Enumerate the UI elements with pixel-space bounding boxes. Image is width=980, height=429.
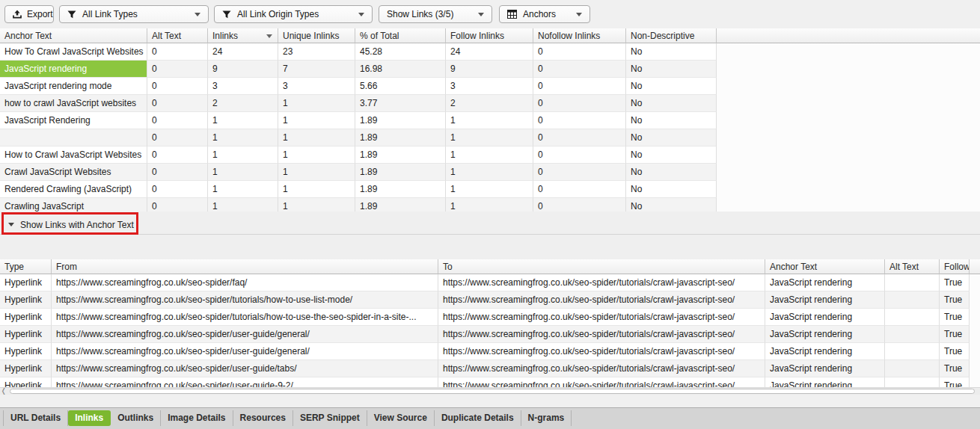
cell[interactable]: JavaScript rendering	[765, 274, 885, 291]
cell[interactable]: 2	[208, 95, 278, 112]
cell[interactable]: True	[940, 377, 970, 387]
cell[interactable]: 3	[208, 78, 278, 95]
cell[interactable]: True	[940, 309, 970, 326]
cell[interactable]: No	[626, 146, 717, 164]
cell[interactable]: JavaScript rendering	[765, 360, 885, 377]
cell[interactable]: 1	[278, 198, 355, 212]
cell[interactable]: 9	[446, 61, 533, 78]
tab-outlinks[interactable]: Outlinks	[111, 410, 161, 426]
export-button[interactable]: Export	[4, 5, 54, 23]
cell[interactable]: 3	[278, 78, 355, 95]
column-header-non-descriptive[interactable]: Non-Descriptive	[626, 28, 717, 43]
cell[interactable]: JavaScript rendering mode	[0, 78, 147, 95]
cell[interactable]: 1	[278, 95, 355, 112]
cell[interactable]: 1	[446, 112, 533, 129]
cell[interactable]: Hyperlink	[0, 343, 52, 360]
cell[interactable]: https://www.screamingfrog.co.uk/seo-spid…	[52, 377, 438, 387]
table-row[interactable]: JavaScript rendering mode0335.6630No	[0, 78, 980, 95]
table-row[interactable]: how to crawl JavaScript websites0213.772…	[0, 95, 980, 112]
cell[interactable]: No	[626, 78, 717, 95]
cell[interactable]: 1	[208, 198, 278, 212]
table-row[interactable]: JavaScript Rendering0111.8910No	[0, 112, 980, 129]
column-header-inlinks[interactable]: Inlinks	[208, 28, 278, 43]
cell[interactable]: No	[626, 181, 717, 198]
column-header--of-total[interactable]: % of Total	[355, 28, 446, 43]
tab-resources[interactable]: Resources	[233, 410, 293, 426]
cell[interactable]: https://www.screamingfrog.co.uk/seo-spid…	[438, 343, 765, 360]
cell[interactable]: 0	[147, 129, 208, 146]
cell[interactable]	[885, 343, 940, 360]
tab-view-source[interactable]: View Source	[367, 410, 435, 426]
table-row[interactable]: Hyperlinkhttps://www.screamingfrog.co.uk…	[0, 377, 980, 387]
cell[interactable]: 0	[533, 164, 626, 181]
scroll-left-icon[interactable]: ❬	[1, 387, 7, 395]
tab-image-details[interactable]: Image Details	[161, 410, 233, 426]
cell[interactable]	[885, 291, 940, 309]
cell[interactable]	[885, 274, 940, 291]
table-row[interactable]: JavaScript rendering09716.9890No	[0, 61, 980, 78]
cell[interactable]: No	[626, 164, 717, 181]
cell[interactable]: 9	[208, 61, 278, 78]
cell[interactable]: 0	[147, 146, 208, 164]
link-types-filter[interactable]: All Link Types	[59, 5, 209, 23]
cell[interactable]: 1	[446, 164, 533, 181]
table-row[interactable]: Hyperlinkhttps://www.screamingfrog.co.uk…	[0, 326, 980, 343]
cell[interactable]: https://www.screamingfrog.co.uk/seo-spid…	[52, 274, 438, 291]
anchors-dropdown[interactable]: Anchors	[499, 5, 590, 23]
table-row[interactable]: Crawl JavaScript Websites0111.8910No	[0, 164, 980, 181]
cell[interactable]	[885, 326, 940, 343]
cell[interactable]: Hyperlink	[0, 291, 52, 309]
cell[interactable]: 0	[533, 61, 626, 78]
cell[interactable]: 5.66	[355, 78, 446, 95]
cell[interactable]: https://www.screamingfrog.co.uk/seo-spid…	[52, 360, 438, 377]
cell[interactable]: https://www.screamingfrog.co.uk/seo-spid…	[52, 326, 438, 343]
cell[interactable]: 1	[278, 129, 355, 146]
scrollbar-thumb[interactable]	[10, 389, 975, 394]
table-row[interactable]: How to Crawl JavaScript Websites0111.891…	[0, 146, 980, 164]
cell[interactable]: 24	[208, 43, 278, 61]
cell[interactable]: 1.89	[355, 198, 446, 212]
cell[interactable]: Crawling JavaScript	[0, 198, 147, 212]
cell[interactable]: 24	[446, 43, 533, 61]
column-header-type[interactable]: Type	[0, 259, 52, 274]
cell[interactable]: No	[626, 95, 717, 112]
cell[interactable]: 3	[446, 78, 533, 95]
cell[interactable]: 0	[533, 112, 626, 129]
cell[interactable]: 0	[147, 95, 208, 112]
cell[interactable]: True	[940, 360, 970, 377]
cell[interactable]: https://www.screamingfrog.co.uk/seo-spid…	[438, 326, 765, 343]
cell[interactable]: Hyperlink	[0, 360, 52, 377]
table-row[interactable]: Hyperlinkhttps://www.screamingfrog.co.uk…	[0, 360, 980, 377]
cell[interactable]: Crawl JavaScript Websites	[0, 164, 147, 181]
table-row[interactable]: Rendered Crawling (JavaScript)0111.8910N…	[0, 181, 980, 198]
cell[interactable]: 0	[533, 43, 626, 61]
cell[interactable]: 1	[208, 181, 278, 198]
cell[interactable]: 1	[446, 181, 533, 198]
cell[interactable]: 0	[147, 164, 208, 181]
cell[interactable]: 1.89	[355, 181, 446, 198]
cell[interactable]: Hyperlink	[0, 326, 52, 343]
cell[interactable]: 0	[533, 78, 626, 95]
cell[interactable]: True	[940, 326, 970, 343]
cell[interactable]: JavaScript rendering	[0, 61, 147, 78]
table-row[interactable]: 0111.8910No	[0, 129, 980, 146]
cell[interactable]: 3.77	[355, 95, 446, 112]
cell[interactable]: https://www.screamingfrog.co.uk/seo-spid…	[438, 309, 765, 326]
cell[interactable]: Hyperlink	[0, 377, 52, 387]
link-origin-types-filter[interactable]: All Link Origin Types	[214, 5, 373, 23]
cell[interactable]: 16.98	[355, 61, 446, 78]
cell[interactable]: 0	[533, 181, 626, 198]
horizontal-scrollbar[interactable]: ❬	[0, 387, 980, 395]
tab-inlinks[interactable]: Inlinks	[68, 410, 111, 426]
column-header-anchor-text[interactable]: Anchor Text	[0, 28, 147, 43]
cell[interactable]: 1.89	[355, 112, 446, 129]
cell[interactable]: 1	[446, 129, 533, 146]
column-header-alt-text[interactable]: Alt Text	[147, 28, 208, 43]
cell[interactable]: No	[626, 61, 717, 78]
cell[interactable]: JavaScript rendering	[765, 326, 885, 343]
cell[interactable]: 0	[147, 43, 208, 61]
cell[interactable]: 1	[278, 112, 355, 129]
show-links-dropdown[interactable]: Show Links (3/5)	[379, 5, 492, 23]
tab-serp-snippet[interactable]: SERP Snippet	[293, 410, 367, 426]
table-row[interactable]: Hyperlinkhttps://www.screamingfrog.co.uk…	[0, 291, 980, 309]
